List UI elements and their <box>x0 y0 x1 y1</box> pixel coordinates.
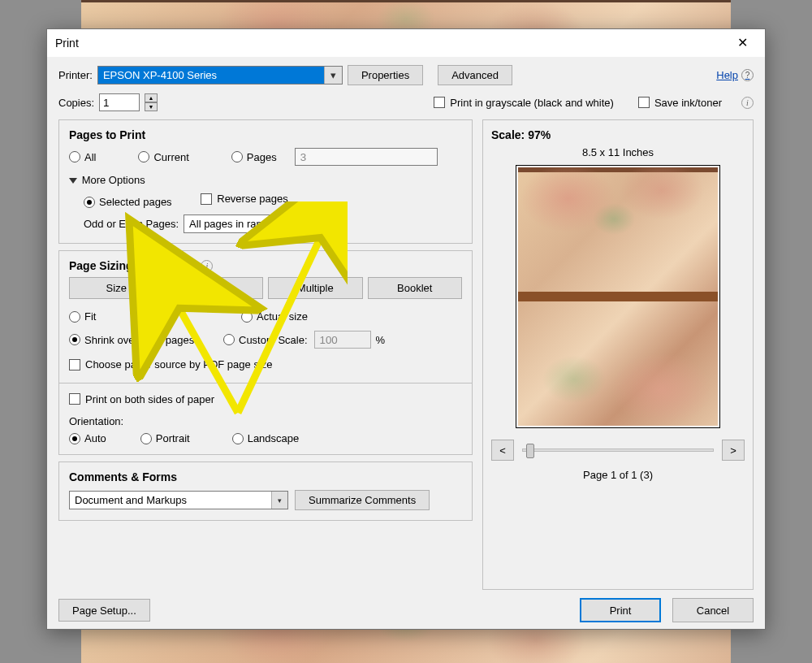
custom-scale-input[interactable] <box>314 331 371 349</box>
preview-panel: Scale: 97% 8.5 x 11 Inches < > Page 1 of… <box>482 119 754 590</box>
pages-to-print-panel: Pages to Print All Current Pages More Op… <box>58 119 473 244</box>
save-ink-checkbox[interactable]: Save ink/toner <box>638 97 722 109</box>
choose-paper-source-checkbox[interactable]: Choose paper source by PDF page size <box>69 358 273 370</box>
help-link[interactable]: Help ? <box>716 69 754 81</box>
reverse-pages-checkbox[interactable]: Reverse pages <box>201 193 287 205</box>
tab-size[interactable]: Size <box>69 277 164 299</box>
help-icon: ? <box>741 69 754 81</box>
pages-input[interactable] <box>295 148 438 166</box>
info-icon[interactable]: i <box>741 97 754 109</box>
radio-custom-scale[interactable]: Custom Scale: <box>223 334 308 346</box>
panel-title: Pages to Print <box>69 128 462 141</box>
comments-forms-panel: Comments & Forms Document and Markups ▾ … <box>58 462 473 521</box>
more-options-toggle[interactable]: More Options <box>82 174 145 186</box>
orientation-label: Orientation: <box>69 415 462 427</box>
close-button[interactable]: ✕ <box>728 34 757 52</box>
chevron-down-icon: ▾ <box>271 492 287 509</box>
dialog-title: Print <box>55 37 728 50</box>
panel-title: Page Sizing & Handling <box>69 259 196 272</box>
print-dialog: Print ✕ Printer: EPSON XP-4100 Series ▾ … <box>46 28 766 630</box>
preview-page <box>516 165 720 428</box>
grayscale-checkbox[interactable]: Print in grayscale (black and white) <box>434 97 614 109</box>
checkbox-icon <box>434 97 445 108</box>
comments-select[interactable]: Document and Markups ▾ <box>69 491 288 509</box>
radio-current[interactable]: Current <box>138 151 188 163</box>
radio-shrink[interactable]: Shrink oversized pages <box>69 334 223 346</box>
page-counter: Page 1 of 1 (3) <box>583 469 653 481</box>
radio-all[interactable]: All <box>69 151 96 163</box>
cancel-button[interactable]: Cancel <box>672 598 754 622</box>
odd-even-label: Odd or Even Pages: <box>84 218 179 230</box>
radio-pages[interactable]: Pages <box>231 151 277 163</box>
prev-page-button[interactable]: < <box>491 440 514 461</box>
copies-input[interactable] <box>99 93 140 111</box>
advanced-button[interactable]: Advanced <box>438 65 512 85</box>
tab-multiple[interactable]: Multiple <box>268 277 363 299</box>
chevron-down-icon: ▾ <box>324 67 342 84</box>
printer-label: Printer: <box>58 69 93 81</box>
radio-landscape[interactable]: Landscape <box>232 432 300 444</box>
copies-down-button[interactable]: ▼ <box>145 102 158 111</box>
panel-title: Comments & Forms <box>69 470 462 483</box>
info-icon[interactable]: i <box>201 260 213 272</box>
checkbox-icon <box>638 97 650 108</box>
copies-label: Copies: <box>58 97 94 109</box>
page-slider[interactable] <box>522 448 714 452</box>
page-dimensions: 8.5 x 11 Inches <box>582 146 654 158</box>
chevron-down-icon: ▾ <box>321 215 337 232</box>
radio-selected-pages[interactable]: Selected pages <box>84 196 172 208</box>
both-sides-checkbox[interactable]: Print on both sides of paper <box>69 393 214 405</box>
radio-actual-size[interactable]: Actual size <box>241 310 308 323</box>
page-setup-button[interactable]: Page Setup... <box>58 599 150 622</box>
tab-poster[interactable]: Poster <box>169 277 264 299</box>
copies-up-button[interactable]: ▲ <box>145 93 158 102</box>
printer-select[interactable]: EPSON XP-4100 Series ▾ <box>97 66 343 84</box>
summarize-comments-button[interactable]: Summarize Comments <box>295 490 430 510</box>
printer-value: EPSON XP-4100 Series <box>103 69 217 81</box>
scale-label: Scale: 97% <box>491 128 551 141</box>
next-page-button[interactable]: > <box>722 440 745 461</box>
radio-auto[interactable]: Auto <box>69 432 106 444</box>
page-sizing-panel: Page Sizing & Handling i Size Poster Mul… <box>58 250 473 455</box>
tab-booklet[interactable]: Booklet <box>368 277 463 299</box>
triangle-down-icon[interactable] <box>69 178 77 184</box>
radio-fit[interactable]: Fit <box>69 310 223 323</box>
odd-even-select[interactable]: All pages in range ▾ <box>184 214 338 233</box>
radio-portrait[interactable]: Portrait <box>140 432 190 444</box>
print-button[interactable]: Print <box>580 598 661 622</box>
properties-button[interactable]: Properties <box>348 65 423 85</box>
